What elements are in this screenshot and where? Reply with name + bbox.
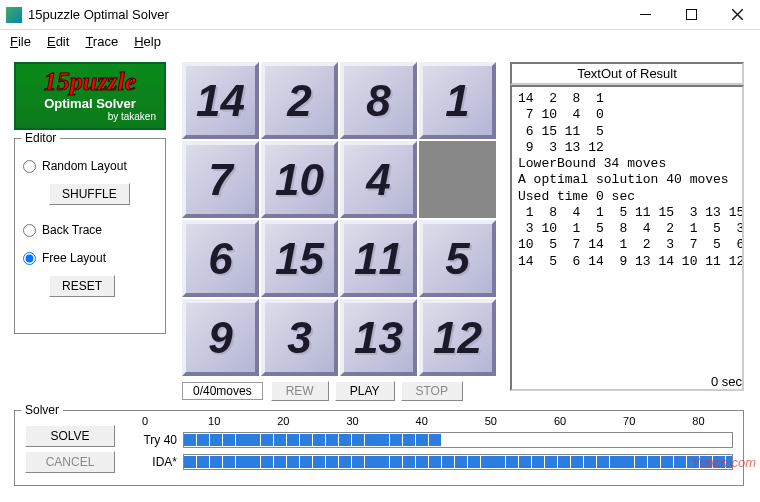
tile-number: 4 <box>366 155 390 205</box>
back-trace-radio[interactable] <box>23 224 36 237</box>
back-trace-label: Back Trace <box>42 223 102 237</box>
result-body: 14 2 8 1 7 10 4 0 6 15 11 5 9 3 13 12 Lo… <box>510 85 744 391</box>
tile-number: 14 <box>196 76 245 126</box>
solver-legend: Solver <box>21 403 63 417</box>
logo-author: by takaken <box>108 111 164 122</box>
menu-help[interactable]: Help <box>134 34 161 49</box>
tile-7[interactable]: 7 <box>182 141 259 218</box>
solve-button[interactable]: SOLVE <box>25 425 115 447</box>
tile-4[interactable]: 4 <box>340 141 417 218</box>
tile-3[interactable]: 3 <box>261 299 338 376</box>
tile-number: 5 <box>445 234 469 284</box>
tile-15[interactable]: 15 <box>261 220 338 297</box>
tile-number: 12 <box>433 313 482 363</box>
logo-subtitle: Optimal Solver <box>44 96 136 111</box>
maximize-button[interactable] <box>668 0 714 30</box>
play-button[interactable]: PLAY <box>335 381 395 401</box>
window-title: 15puzzle Optimal Solver <box>28 7 622 22</box>
tile-number: 11 <box>354 234 403 284</box>
menu-file[interactable]: File <box>10 34 31 49</box>
tile-11[interactable]: 11 <box>340 220 417 297</box>
tick-80: 80 <box>692 415 704 427</box>
tick-10: 10 <box>208 415 220 427</box>
tile-number: 8 <box>366 76 390 126</box>
tile-12[interactable]: 12 <box>419 299 496 376</box>
logo-title: 15puzzle <box>44 70 136 93</box>
tile-number: 3 <box>287 313 311 363</box>
close-button[interactable] <box>714 0 760 30</box>
free-layout-label: Free Layout <box>42 251 106 265</box>
rew-button[interactable]: REW <box>271 381 329 401</box>
elapsed-sec: 0 sec <box>711 374 742 389</box>
tick-40: 40 <box>416 415 428 427</box>
random-layout-label: Random Layout <box>42 159 127 173</box>
random-layout-radio[interactable] <box>23 160 36 173</box>
tile-empty[interactable] <box>419 141 496 218</box>
app-icon <box>6 7 22 23</box>
tick-50: 50 <box>485 415 497 427</box>
tick-30: 30 <box>346 415 358 427</box>
tile-number: 6 <box>208 234 232 284</box>
cancel-button[interactable]: CANCEL <box>25 451 115 473</box>
puzzle-board: 142817104615115931312 0/40moves REW PLAY… <box>182 62 498 402</box>
titlebar: 15puzzle Optimal Solver <box>0 0 760 30</box>
tile-number: 10 <box>275 155 324 205</box>
minimize-button[interactable] <box>622 0 668 30</box>
menu-trace[interactable]: Trace <box>85 34 118 49</box>
try-progress <box>183 432 733 448</box>
menu-edit[interactable]: Edit <box>47 34 69 49</box>
logo: 15puzzle Optimal Solver by takaken <box>14 62 166 130</box>
menubar: File Edit Trace Help <box>0 30 760 52</box>
editor-group: Editor Random Layout SHUFFLE Back Trace … <box>14 138 166 334</box>
tile-6[interactable]: 6 <box>182 220 259 297</box>
ida-progress <box>183 454 733 470</box>
svg-rect-0 <box>686 10 696 20</box>
tile-5[interactable]: 5 <box>419 220 496 297</box>
tick-60: 60 <box>554 415 566 427</box>
free-layout-radio[interactable] <box>23 252 36 265</box>
reset-button[interactable]: RESET <box>49 275 115 297</box>
moves-counter: 0/40moves <box>182 382 263 400</box>
ida-label: IDA* <box>125 455 183 469</box>
solver-group: Solver SOLVE CANCEL 01020304050607080 Tr… <box>14 410 744 486</box>
solver-scale: 01020304050607080 <box>145 415 733 429</box>
tick-70: 70 <box>623 415 635 427</box>
result-panel: TextOut of Result 14 2 8 1 7 10 4 0 6 15… <box>510 62 744 396</box>
tile-number: 13 <box>354 313 403 363</box>
tile-9[interactable]: 9 <box>182 299 259 376</box>
tile-number: 2 <box>287 76 311 126</box>
stop-button[interactable]: STOP <box>401 381 463 401</box>
tile-number: 9 <box>208 313 232 363</box>
tile-2[interactable]: 2 <box>261 62 338 139</box>
try-label: Try 40 <box>125 433 183 447</box>
tile-number: 15 <box>275 234 324 284</box>
tile-number: 7 <box>208 155 232 205</box>
editor-legend: Editor <box>21 131 60 145</box>
tile-8[interactable]: 8 <box>340 62 417 139</box>
tick-20: 20 <box>277 415 289 427</box>
shuffle-button[interactable]: SHUFFLE <box>49 183 130 205</box>
result-header: TextOut of Result <box>510 62 744 85</box>
tile-13[interactable]: 13 <box>340 299 417 376</box>
tile-14[interactable]: 14 <box>182 62 259 139</box>
tick-0: 0 <box>142 415 148 427</box>
tile-number: 1 <box>445 76 469 126</box>
tile-10[interactable]: 10 <box>261 141 338 218</box>
tile-1[interactable]: 1 <box>419 62 496 139</box>
